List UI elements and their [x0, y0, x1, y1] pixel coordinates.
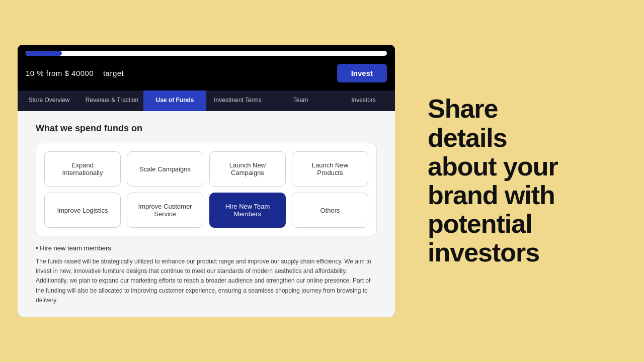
card-scale-campaigns[interactable]: Scale Campaigns [127, 151, 203, 187]
card-others[interactable]: Others [292, 193, 368, 228]
tab-team[interactable]: Team [269, 90, 332, 111]
card-launch-new-products[interactable]: Launch New Products [292, 151, 368, 187]
card-launch-new-campaigns[interactable]: Launch New Campaigns [209, 151, 286, 187]
tab-use-of-funds[interactable]: Use of Funds [143, 90, 206, 111]
cards-grid: Expand Internationally Scale Campaigns L… [36, 143, 377, 236]
cards-row-2: Improve Logistics Improve Customer Servi… [44, 193, 368, 228]
tab-investors[interactable]: Investors [332, 90, 395, 111]
app-window: 10 % from $ 40000 target Invest Store Ov… [18, 45, 395, 317]
progress-fill [26, 51, 62, 56]
tagline-line5: potential [428, 209, 532, 238]
right-panel: Share details about your brand with pote… [413, 74, 644, 287]
nav-tabs: Store Overview Revenue & Traction Use of… [18, 90, 395, 111]
tagline-line1: Share [428, 94, 498, 123]
cards-row-1: Expand Internationally Scale Campaigns L… [44, 151, 368, 187]
progress-track [26, 51, 387, 56]
progress-bar-container [18, 45, 395, 60]
funding-text: 10 % from $ 40000 [26, 69, 94, 77]
card-expand-internationally[interactable]: Expand Internationally [44, 151, 121, 187]
header-area: 10 % from $ 40000 target Invest [18, 60, 395, 90]
card-improve-customer-service[interactable]: Improve Customer Service [127, 193, 203, 228]
tagline-line6: investors [428, 238, 539, 267]
tagline-line2: details [428, 123, 507, 152]
target-label: target [103, 69, 124, 77]
card-hire-new-team-members[interactable]: Hire New Team Members [209, 193, 286, 228]
bullet-item: Hire new team members [36, 244, 377, 252]
tab-revenue-traction[interactable]: Revenue & Traction [80, 90, 143, 111]
section-title: What we spend funds on [36, 123, 377, 134]
tagline-line3: about your [428, 152, 558, 181]
description-text: The funds raised will be strategically u… [36, 257, 377, 305]
invest-button[interactable]: Invest [337, 64, 387, 82]
card-improve-logistics[interactable]: Improve Logistics [44, 193, 121, 228]
tab-investment-terms[interactable]: Investment Terms [206, 90, 269, 111]
tagline: Share details about your brand with pote… [428, 95, 558, 267]
tagline-line4: brand with [428, 180, 555, 210]
main-content: What we spend funds on Expand Internatio… [18, 111, 395, 317]
left-panel: 10 % from $ 40000 target Invest Store Ov… [0, 0, 413, 362]
funding-info: 10 % from $ 40000 target [26, 69, 124, 77]
tab-store-overview[interactable]: Store Overview [18, 90, 80, 111]
